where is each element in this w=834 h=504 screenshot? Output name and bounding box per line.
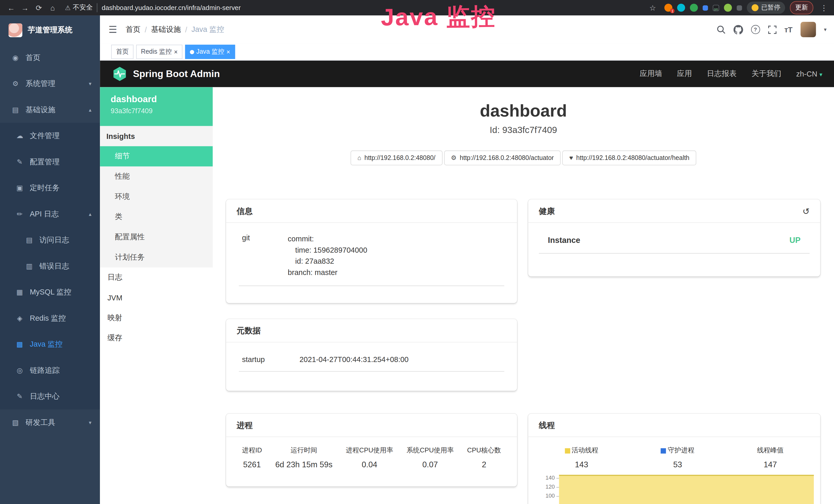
live-threads-swatch-icon bbox=[565, 448, 570, 453]
sba-brand[interactable]: Spring Boot Admin bbox=[112, 66, 220, 82]
sidebar-item-home[interactable]: ◉ 首页 bbox=[0, 45, 100, 71]
sidebar-item-file-mgmt[interactable]: ☁ 文件管理 bbox=[0, 123, 100, 148]
sba-group-label: Insights bbox=[100, 126, 213, 146]
tag-java-monitor[interactable]: Java 监控 × bbox=[185, 45, 235, 59]
log-edit-icon: ✏ bbox=[14, 210, 26, 218]
info-card-title: 信息 bbox=[237, 206, 253, 216]
sba-menu-mappings[interactable]: 映射 bbox=[100, 308, 213, 328]
sidebar-item-infrastructure[interactable]: ▤ 基础设施 ▴ bbox=[0, 97, 100, 123]
main-area: ☰ 首页 / 基础设施 / Java 监控 ? bbox=[100, 16, 834, 504]
sba-menu-classes[interactable]: 类 bbox=[100, 207, 213, 227]
bookmark-star-icon[interactable]: ☆ bbox=[646, 3, 660, 12]
address-bar[interactable]: ⚠ 不安全 dashboard.yudao.iocoder.cn/infra/a… bbox=[65, 3, 241, 12]
tag-redis-monitor[interactable]: Redis 监控 × bbox=[136, 45, 182, 59]
legend-value: 143 bbox=[565, 460, 598, 469]
extension-icon-6[interactable] bbox=[724, 4, 732, 12]
breadcrumb-infrastructure[interactable]: 基础设施 bbox=[151, 25, 181, 34]
sba-menu-details[interactable]: 细节 bbox=[100, 146, 213, 166]
sba-menu-config-props[interactable]: 配置属性 bbox=[100, 227, 213, 247]
sidebar-item-trace[interactable]: ◎ 链路追踪 bbox=[0, 358, 100, 383]
metadata-card: 元数据 startup 2021-04-27T00:44:31.254+08:0… bbox=[226, 319, 517, 391]
edit-icon: ✎ bbox=[14, 158, 26, 166]
back-icon[interactable]: ← bbox=[4, 3, 18, 12]
app-logo bbox=[8, 23, 22, 37]
chevron-up-icon: ▴ bbox=[89, 107, 91, 113]
forward-icon[interactable]: → bbox=[18, 3, 32, 12]
sba-nav-about[interactable]: 关于我们 bbox=[751, 69, 781, 78]
schedule-icon: ▣ bbox=[14, 184, 26, 192]
sba-menu-performance[interactable]: 性能 bbox=[100, 166, 213, 187]
history-icon[interactable]: ↺ bbox=[803, 206, 810, 216]
sidebar-item-label: 系统管理 bbox=[25, 79, 55, 89]
chevron-down-icon: ▾ bbox=[89, 81, 91, 87]
sidebar-item-scheduled-jobs[interactable]: ▣ 定时任务 bbox=[0, 175, 100, 201]
tag-close-icon[interactable]: × bbox=[174, 48, 178, 55]
infrastructure-submenu: ☁ 文件管理 ✎ 配置管理 ▣ 定时任务 ✏ API 日志 ▴ ▤ bbox=[0, 123, 100, 409]
instance-link-url: http://192.168.0.2:48080/actuator/health bbox=[576, 154, 689, 162]
reload-icon[interactable]: ⟳ bbox=[32, 3, 46, 12]
extension-icon-3[interactable] bbox=[690, 4, 698, 12]
access-log-icon: ▤ bbox=[23, 236, 35, 244]
sidebar-item-mysql-monitor[interactable]: ▦ MySQL 监控 bbox=[0, 279, 100, 305]
legend-label: 线程峰值 bbox=[757, 446, 784, 455]
font-size-icon[interactable]: тT bbox=[785, 25, 793, 33]
tag-home[interactable]: 首页 bbox=[111, 45, 134, 59]
paused-extension-badge[interactable]: 已暂停 bbox=[747, 2, 785, 14]
avatar[interactable] bbox=[800, 22, 816, 37]
extension-icon-2[interactable] bbox=[677, 4, 685, 12]
help-icon[interactable]: ? bbox=[751, 25, 760, 34]
sba-menu-scheduled-tasks[interactable]: 计划任务 bbox=[100, 247, 213, 268]
sidebar-item-redis-monitor[interactable]: ◈ Redis 监控 bbox=[0, 305, 100, 331]
metadata-key: startup bbox=[242, 355, 300, 364]
sba-instance-header[interactable]: dashboard 93a3fc7f7409 bbox=[100, 87, 213, 126]
extension-icon-7[interactable] bbox=[737, 5, 742, 10]
instance-link-actuator[interactable]: ⚙ http://192.168.0.2:48080/actuator bbox=[444, 151, 561, 165]
home-icon: ⌂ bbox=[357, 154, 361, 162]
sidebar-item-config-mgmt[interactable]: ✎ 配置管理 bbox=[0, 149, 100, 175]
health-card-title: 健康 bbox=[539, 206, 555, 216]
extension-switch-icon[interactable]: on bbox=[713, 5, 719, 11]
col-value: 6d 23h 15m 59s bbox=[275, 460, 333, 469]
sba-nav-applications[interactable]: 应用 bbox=[677, 69, 692, 78]
breadcrumb-home[interactable]: 首页 bbox=[126, 25, 140, 34]
sba-nav-journal[interactable]: 日志报表 bbox=[707, 69, 737, 78]
extension-icon-1[interactable]: 1 bbox=[664, 4, 673, 12]
sidebar-item-system-mgmt[interactable]: ⚙ 系统管理 ▾ bbox=[0, 71, 100, 96]
instance-link-health[interactable]: ♥ http://192.168.0.2:48080/actuator/heal… bbox=[562, 151, 696, 165]
health-row-instance[interactable]: Instance UP bbox=[539, 235, 810, 253]
browser-menu-icon[interactable]: ⋮ bbox=[818, 3, 830, 12]
process-card-title: 进程 bbox=[237, 420, 253, 431]
sidebar-item-access-logs[interactable]: ▤ 访问日志 bbox=[0, 227, 100, 253]
avatar-caret-icon[interactable]: ▾ bbox=[824, 27, 827, 32]
sba-menu-environment[interactable]: 环境 bbox=[100, 187, 213, 207]
fullscreen-icon[interactable] bbox=[768, 25, 776, 33]
sidebar-item-error-logs[interactable]: ▥ 错误日志 bbox=[0, 253, 100, 279]
sidebar-item-log-center[interactable]: ✎ 日志中心 bbox=[0, 383, 100, 409]
extension-icon-4[interactable] bbox=[703, 5, 708, 10]
sidebar-item-label: 配置管理 bbox=[30, 157, 60, 167]
sba-menu-logs[interactable]: 日志 bbox=[100, 268, 213, 288]
sba-nav-wallboard[interactable]: 应用墙 bbox=[640, 69, 662, 78]
security-warning-icon[interactable]: ⚠ bbox=[65, 4, 71, 12]
app-brand[interactable]: 芋道管理系统 bbox=[0, 16, 100, 45]
github-icon[interactable] bbox=[733, 25, 743, 34]
sidebar-toggle-icon[interactable]: ☰ bbox=[100, 24, 126, 36]
search-icon[interactable] bbox=[716, 25, 725, 34]
sidebar-item-label: 首页 bbox=[25, 53, 40, 62]
browser-home-icon[interactable]: ⌂ bbox=[46, 3, 60, 12]
breadcrumb-current: Java 监控 bbox=[191, 25, 224, 34]
top-header: ☰ 首页 / 基础设施 / Java 监控 ? bbox=[100, 16, 834, 44]
sidebar-item-label: MySQL 监控 bbox=[30, 287, 71, 297]
tag-close-icon[interactable]: × bbox=[226, 48, 231, 55]
sidebar-item-java-monitor[interactable]: ▩ Java 监控 bbox=[0, 331, 100, 357]
sidebar-item-dev-tools[interactable]: ▧ 研发工具 ▾ bbox=[0, 410, 100, 435]
sba-menu-caches[interactable]: 缓存 bbox=[100, 328, 213, 348]
sba-locale-select[interactable]: zh-CN▾ bbox=[796, 70, 822, 78]
sidebar-item-api-logs[interactable]: ✏ API 日志 ▴ bbox=[0, 201, 100, 227]
sba-brand-label: Spring Boot Admin bbox=[133, 68, 220, 79]
browser-update-button[interactable]: 更新 bbox=[790, 1, 813, 15]
instance-link-home[interactable]: ⌂ http://192.168.0.2:48080/ bbox=[350, 151, 442, 165]
sba-locale-label: zh-CN bbox=[796, 70, 817, 78]
header-actions: ? тT ▾ bbox=[716, 22, 827, 37]
sba-menu-jvm[interactable]: JVM bbox=[100, 288, 213, 308]
